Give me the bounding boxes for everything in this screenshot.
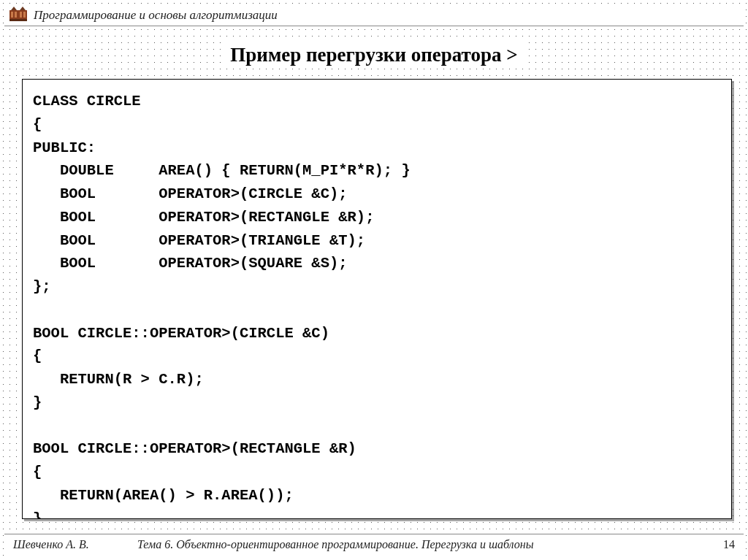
- logo-icon: [9, 6, 28, 25]
- svg-rect-1: [9, 19, 27, 21]
- header: Программирование и основы алгоритмизации: [4, 4, 744, 26]
- code-listing: class Circle { public: double Area() { r…: [33, 90, 721, 519]
- svg-rect-2: [11, 12, 13, 18]
- code-box: class Circle { public: double Area() { r…: [22, 79, 732, 519]
- svg-marker-7: [20, 7, 26, 10]
- svg-rect-3: [15, 12, 17, 18]
- slide: Программирование и основы алгоритмизации…: [0, 0, 748, 560]
- slide-title: Пример перегрузки оператора >: [223, 41, 524, 69]
- svg-rect-4: [20, 12, 22, 18]
- footer-author: Шевченко А. В.: [13, 538, 130, 551]
- svg-marker-6: [11, 7, 17, 10]
- footer: Шевченко А. В. Тема 6. Объектно-ориентир…: [4, 534, 744, 556]
- course-title: Программирование и основы алгоритмизации: [34, 8, 278, 23]
- svg-rect-5: [23, 12, 26, 18]
- footer-theme: Тема 6. Объектно-ориентированное програм…: [130, 538, 706, 551]
- slide-title-wrap: Пример перегрузки оператора >: [22, 44, 726, 66]
- footer-page: 14: [706, 538, 735, 551]
